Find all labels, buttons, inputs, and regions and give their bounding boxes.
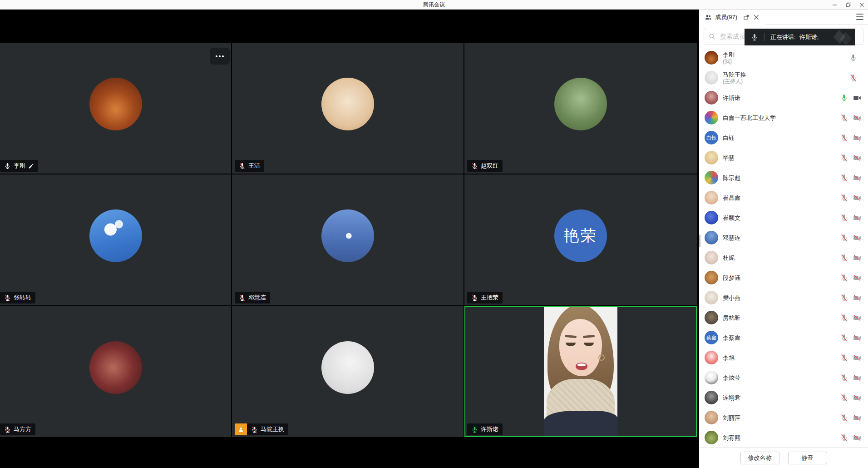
- members-tab-title: 成员(97): [715, 13, 737, 21]
- member-camera-button[interactable]: [853, 134, 862, 142]
- member-avatar: [705, 271, 718, 284]
- tile-name-label: 王洁: [248, 162, 260, 170]
- member-row[interactable]: 蔡鑫 李蔡鑫: [699, 328, 868, 348]
- close-panel-icon[interactable]: [753, 14, 760, 20]
- tile-mic-slot: [471, 294, 478, 301]
- camera-icon: [853, 194, 862, 202]
- member-row[interactable]: 许斯诺: [699, 88, 868, 108]
- member-row[interactable]: 陈宗超: [699, 168, 868, 188]
- member-camera-button[interactable]: [853, 194, 862, 202]
- video-tile[interactable]: 艳荣 王艳荣: [464, 174, 697, 305]
- member-camera-button[interactable]: [853, 254, 862, 262]
- member-mic-button[interactable]: [840, 314, 848, 322]
- member-status-icons: [840, 294, 862, 302]
- member-row[interactable]: 刘宥熙: [699, 428, 868, 448]
- member-camera-button[interactable]: [853, 234, 862, 242]
- restore-button[interactable]: [845, 2, 851, 7]
- tile-avatar: [321, 341, 374, 394]
- member-mic-button[interactable]: [840, 414, 848, 422]
- member-camera-button[interactable]: [853, 94, 862, 102]
- member-camera-button[interactable]: [853, 374, 862, 382]
- member-row[interactable]: 段梦涵: [699, 268, 868, 288]
- tab-members[interactable]: 成员(97): [699, 10, 765, 25]
- member-text: 杜妮: [723, 254, 840, 261]
- video-tile[interactable]: 王洁: [232, 43, 464, 174]
- video-tile[interactable]: 许斯诺: [464, 306, 697, 437]
- mic-icon: [251, 426, 258, 433]
- member-mic-button[interactable]: [840, 194, 848, 202]
- minimize-button[interactable]: [832, 2, 837, 7]
- video-tile[interactable]: 张转转: [0, 174, 231, 305]
- video-tile[interactable]: 马方方: [0, 306, 231, 437]
- member-camera-button[interactable]: [853, 154, 862, 162]
- member-camera-button[interactable]: [853, 314, 862, 322]
- popout-panel-icon[interactable]: [743, 14, 750, 20]
- member-mic-button[interactable]: [840, 254, 848, 262]
- mic-icon: [840, 334, 848, 342]
- tile-more-button[interactable]: [210, 48, 230, 65]
- member-row[interactable]: 李刚 (我): [699, 48, 868, 68]
- member-row[interactable]: 邓慧连: [699, 228, 868, 248]
- panel-menu-icon[interactable]: [856, 14, 863, 20]
- member-mic-button[interactable]: [840, 134, 848, 142]
- member-mic-button[interactable]: [840, 214, 848, 222]
- member-name: 李刚: [723, 51, 849, 58]
- member-mic-button[interactable]: [840, 234, 848, 242]
- member-mic-button[interactable]: [849, 54, 857, 62]
- member-row[interactable]: 马院王换 (主持人): [699, 68, 868, 88]
- member-text: 樊小燕: [723, 294, 840, 301]
- member-camera-button[interactable]: [853, 334, 862, 342]
- member-mic-button[interactable]: [840, 174, 848, 182]
- video-tile[interactable]: 马院王换: [232, 306, 464, 437]
- edit-name-icon[interactable]: [28, 163, 34, 169]
- member-mic-button[interactable]: [840, 334, 848, 342]
- member-camera-button[interactable]: [853, 354, 862, 362]
- member-camera-button[interactable]: [853, 434, 862, 442]
- tile-name-label-pill: 王艳荣: [467, 292, 503, 304]
- host-badge-icon: [235, 423, 247, 435]
- member-mic-button[interactable]: [840, 394, 848, 402]
- member-row[interactable]: 白鑫一西北工业大学: [699, 108, 868, 128]
- mic-icon: [840, 274, 848, 282]
- rename-button[interactable]: 修改名称: [740, 452, 779, 464]
- member-row[interactable]: 崔晶鑫: [699, 188, 868, 208]
- member-row[interactable]: 连翊君: [699, 388, 868, 408]
- member-camera-button[interactable]: [853, 414, 862, 422]
- member-camera-button[interactable]: [853, 214, 862, 222]
- member-mic-button[interactable]: [840, 114, 848, 122]
- member-mic-button[interactable]: [840, 94, 848, 102]
- member-mic-button[interactable]: [840, 354, 848, 362]
- member-row[interactable]: 崔颖文: [699, 208, 868, 228]
- member-camera-button[interactable]: [853, 294, 862, 302]
- video-tile[interactable]: 赵双红: [464, 43, 697, 174]
- close-window-button[interactable]: [859, 2, 864, 7]
- video-tile[interactable]: 李刚: [0, 43, 231, 174]
- tile-avatar-text: 艳荣: [564, 225, 597, 246]
- mute-button[interactable]: 静音: [788, 452, 827, 464]
- member-row[interactable]: 樊小燕: [699, 288, 868, 308]
- member-row[interactable]: 李旭: [699, 348, 868, 368]
- mic-icon: [840, 374, 848, 382]
- member-camera-button[interactable]: [853, 114, 862, 122]
- member-row[interactable]: 杜妮: [699, 248, 868, 268]
- member-mic-button[interactable]: [840, 274, 848, 282]
- member-camera-button[interactable]: [853, 174, 862, 182]
- member-camera-button[interactable]: [853, 274, 862, 282]
- member-row[interactable]: 李炫莹: [699, 368, 868, 388]
- member-mic-button[interactable]: [840, 154, 848, 162]
- camera-icon: [853, 114, 862, 122]
- member-row[interactable]: 刘丽萍: [699, 408, 868, 428]
- member-camera-button[interactable]: [853, 394, 862, 402]
- member-row[interactable]: 白钰 白钰: [699, 128, 868, 148]
- member-row[interactable]: 房杭昕: [699, 308, 868, 328]
- tile-label-row: 李刚: [0, 160, 38, 172]
- video-tile[interactable]: 邓慧连: [232, 174, 464, 305]
- member-mic-button[interactable]: [840, 434, 848, 442]
- panel-resize-handle[interactable]: [699, 234, 700, 247]
- member-mic-button[interactable]: [849, 74, 857, 82]
- member-mic-button[interactable]: [840, 294, 848, 302]
- member-mic-button[interactable]: [840, 374, 848, 382]
- window-controls: [832, 0, 864, 9]
- more-icon: [216, 55, 217, 57]
- member-row[interactable]: 毕慧: [699, 148, 868, 168]
